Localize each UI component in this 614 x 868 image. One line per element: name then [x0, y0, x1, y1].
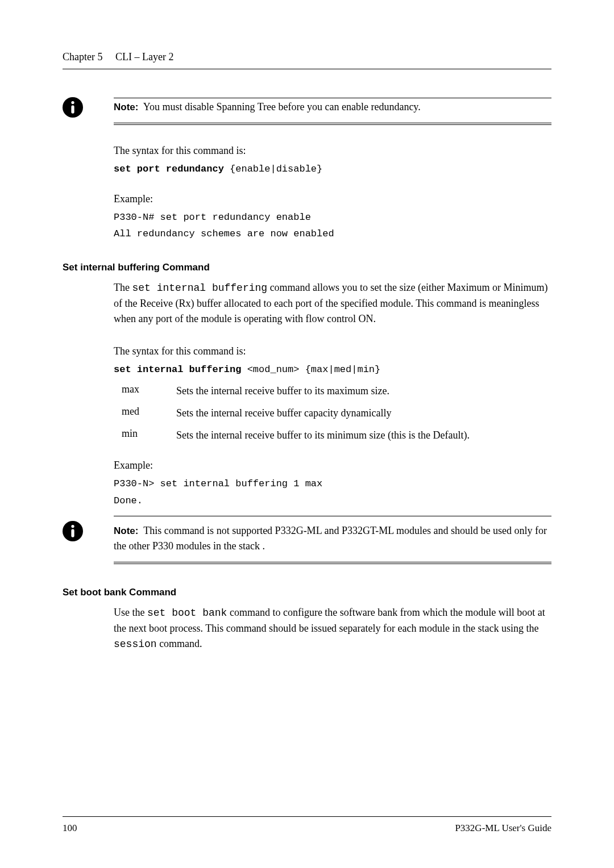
inline-code: session — [114, 639, 157, 650]
param-name: min — [122, 428, 176, 443]
doc-title: P332G-ML User's Guide — [455, 823, 551, 834]
inline-code: set boot bank — [147, 607, 227, 619]
svg-rect-3 — [71, 529, 74, 537]
section-heading: Set internal buffering Command — [63, 262, 551, 273]
note-rule-top — [114, 98, 551, 98]
note-rule-mid — [114, 562, 551, 562]
example-line: All redundancy schemes are now enabled — [114, 227, 551, 241]
para-text: Use the — [114, 607, 147, 618]
param-row: med Sets the internal receive buffer cap… — [122, 406, 551, 421]
chapter-heading: Chapter 5 CLI – Layer 2 — [63, 51, 551, 63]
note-block: Note: This command is not supported P332… — [114, 523, 551, 554]
note-label: Note: — [114, 525, 138, 536]
example-line: P330-N# set port redundancy enable — [114, 210, 551, 225]
page-number: 100 — [63, 823, 77, 834]
svg-point-2 — [71, 525, 74, 528]
note-text: Note: You must disable Spanning Tree bef… — [114, 99, 551, 115]
syntax-cmd: set port redundancy — [114, 164, 224, 174]
paragraph: The set internal buffering command allow… — [114, 280, 551, 327]
note-content: You must disable Spanning Tree before yo… — [143, 101, 421, 112]
content-block: The set internal buffering command allow… — [114, 280, 551, 508]
chapter-title: CLI – Layer 2 — [115, 51, 173, 62]
syntax-cmd: set internal buffering — [114, 364, 241, 375]
note-rule-mid — [114, 123, 551, 123]
param-desc: Sets the internal receive buffer capacit… — [176, 406, 392, 421]
footer-row: 100 P332G-ML User's Guide — [63, 823, 551, 834]
footer: 100 P332G-ML User's Guide — [63, 816, 551, 834]
example-label: Example: — [114, 458, 551, 473]
param-name: max — [122, 383, 176, 399]
param-desc: Sets the internal receive buffer to its … — [176, 428, 470, 443]
svg-point-0 — [71, 101, 74, 104]
note-content: This command is not supported P332G-ML a… — [114, 525, 547, 552]
info-icon — [63, 97, 83, 118]
info-icon — [63, 521, 83, 541]
content-block: Use the set boot bank command to configu… — [114, 605, 551, 652]
note-rule-bottom — [114, 564, 551, 564]
chapter-number: Chapter 5 — [63, 51, 102, 62]
para-text: command. — [157, 638, 202, 649]
note-block: Note: You must disable Spanning Tree bef… — [114, 99, 551, 115]
paragraph: Use the set boot bank command to configu… — [114, 605, 551, 652]
note-rule-top — [114, 516, 551, 516]
syntax-line: set port redundancy {enable|disable} — [114, 162, 551, 177]
inline-code: set internal buffering — [132, 282, 267, 294]
svg-rect-1 — [71, 105, 74, 113]
param-desc: Sets the internal receive buffer to its … — [176, 383, 389, 399]
example-line: Done. — [114, 494, 551, 508]
footer-rule — [63, 816, 551, 817]
param-name: med — [122, 406, 176, 421]
note-label: Note: — [114, 102, 138, 112]
syntax-intro: The syntax for this command is: — [114, 344, 551, 359]
syntax-line: set internal buffering <mod_num> {max|me… — [114, 362, 551, 377]
syntax-intro: The syntax for this command is: — [114, 143, 551, 158]
note-text: Note: This command is not supported P332… — [114, 523, 551, 554]
note-rule-bottom — [114, 124, 551, 125]
para-text: The — [114, 282, 132, 293]
param-row: min Sets the internal receive buffer to … — [122, 428, 551, 443]
param-row: max Sets the internal receive buffer to … — [122, 383, 551, 399]
syntax-args: <mod_num> {max|med|min} — [241, 364, 380, 375]
section-heading: Set boot bank Command — [63, 587, 551, 598]
syntax-args: {enable|disable} — [224, 164, 322, 174]
content-block: The syntax for this command is: set port… — [114, 143, 551, 241]
example-line: P330-N> set internal buffering 1 max — [114, 477, 551, 491]
heading-rule — [63, 69, 551, 69]
example-label: Example: — [114, 191, 551, 207]
